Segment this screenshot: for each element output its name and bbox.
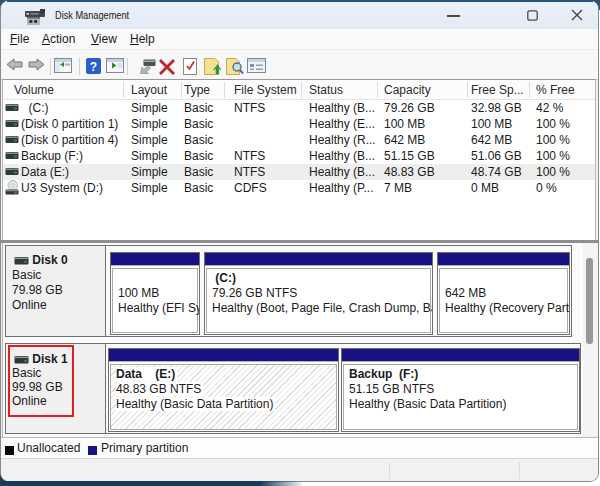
svg-text:?: ?	[90, 60, 97, 74]
